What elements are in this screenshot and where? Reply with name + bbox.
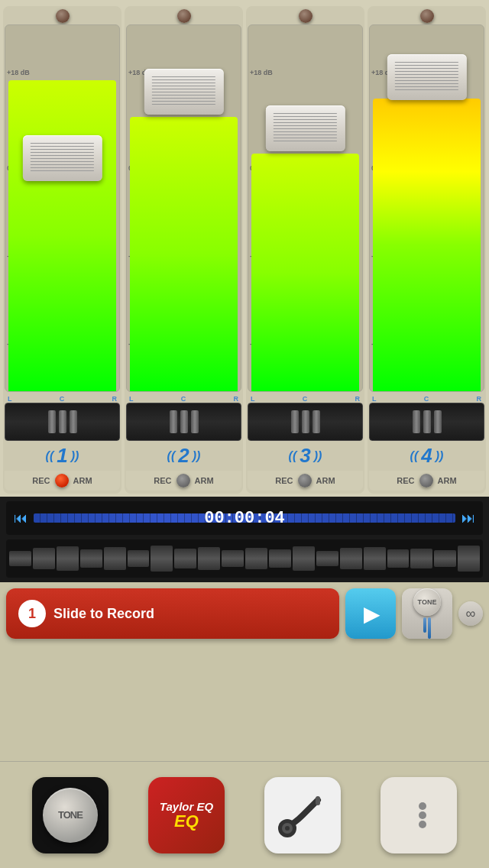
fader-ch3[interactable]: [265, 105, 345, 151]
pan-section-ch4: L C R: [369, 395, 484, 441]
slide-record-text: Slide to Record: [53, 606, 154, 622]
tone-button[interactable]: TONE: [402, 588, 452, 639]
waveform-seg: [245, 548, 267, 569]
skip-back-button[interactable]: ⏮: [14, 510, 28, 526]
channel-number-ch2: (( 2 )): [167, 444, 201, 468]
waveform-seg: [458, 546, 480, 572]
waveform-seg: [434, 550, 456, 567]
channel-number-ch1: (( 1 )): [46, 444, 79, 468]
channel-1-knob[interactable]: [56, 9, 70, 23]
time-bar-wrapper: 00:00:04: [28, 513, 461, 523]
waveform-seg: [269, 549, 291, 568]
waveform-seg: [222, 550, 244, 567]
svg-point-2: [285, 826, 290, 831]
rec-label-ch2: REC: [154, 476, 171, 485]
dock-eq-button[interactable]: Taylor EQ EQ: [148, 777, 225, 853]
pan-section-ch1: L C R: [5, 395, 120, 441]
pan-knob-ch4[interactable]: [369, 403, 484, 441]
db-label-18-ch3: +18 dB: [248, 69, 362, 76]
arm-label-ch3: ARM: [316, 476, 335, 485]
rec-label-ch3: REC: [275, 476, 293, 485]
tone-knob-small: TONE: [413, 588, 441, 616]
infinity-button[interactable]: ∞: [458, 601, 483, 626]
rec-button-ch3[interactable]: [298, 474, 312, 487]
fader-ch4[interactable]: [387, 54, 466, 100]
channel-4: +18 dB 0 dB -18 dB -∞ dB L C R: [368, 6, 486, 494]
waveform-seg: [198, 547, 220, 570]
time-bar: ⏮ 00:00:04 ⏭: [6, 501, 483, 535]
waveform-seg: [151, 546, 173, 572]
pan-knob-ch1[interactable]: [5, 403, 120, 441]
waveform-seg: [410, 549, 432, 568]
dock-mixer-button[interactable]: [381, 777, 457, 853]
eq-text: Taylor EQ EQ: [160, 800, 213, 830]
waveform-seg: [316, 551, 338, 566]
pan-label-C-ch2: C: [181, 395, 186, 403]
rec-arm-ch2: REC ARM: [126, 471, 241, 491]
rec-arm-ch3: REC ARM: [248, 471, 363, 491]
pan-knob-ch2[interactable]: [126, 403, 241, 441]
pan-label-R-ch4: R: [477, 395, 482, 403]
arm-label-ch2: ARM: [195, 476, 214, 485]
rec-arm-ch1: REC ARM: [5, 471, 120, 491]
arm-label-ch1: ARM: [73, 476, 92, 485]
waveform-seg: [9, 551, 31, 566]
rec-label-ch4: REC: [397, 476, 414, 485]
rec-button-ch1[interactable]: [55, 474, 69, 487]
rec-label-ch1: REC: [32, 476, 50, 485]
slide-record-button[interactable]: 1 Slide to Record: [6, 588, 339, 639]
fader-ch2[interactable]: [144, 69, 223, 115]
slide-record-circle: 1: [18, 600, 46, 627]
channel-3: +18 dB 0 dB -18 dB -∞ dB L C R: [246, 6, 364, 494]
pan-label-L-ch1: L: [8, 395, 12, 403]
tone-knob-large: TONE: [43, 788, 98, 843]
rec-button-ch2[interactable]: [176, 474, 190, 487]
pan-label-C-ch4: C: [424, 395, 429, 403]
channel-2-vu: +18 dB 0 dB -18 dB -∞ dB: [126, 24, 241, 392]
channel-number-ch4: (( 4 )): [410, 444, 444, 468]
transport-area: ⏮ 00:00:04 ⏭: [0, 497, 489, 582]
pan-label-R-ch2: R: [234, 395, 239, 403]
channel-2: +18 dB 0 dB -18 dB -∞ dB L C R: [125, 6, 243, 494]
channel-3-knob[interactable]: [299, 9, 313, 23]
pan-section-ch2: L C R: [126, 395, 241, 441]
pan-label-L-ch2: L: [129, 395, 134, 403]
fader-ch1[interactable]: [22, 135, 102, 181]
waveform-seg: [128, 550, 150, 567]
dock-guitar-button[interactable]: [264, 777, 341, 853]
waveform-seg: [57, 546, 79, 571]
channel-4-vu: +18 dB 0 dB -18 dB -∞ dB: [369, 24, 484, 392]
pan-label-R-ch1: R: [112, 395, 118, 403]
waveform-bar[interactable]: [6, 539, 483, 578]
skip-forward-button[interactable]: ⏭: [461, 510, 475, 526]
channel-4-knob[interactable]: [420, 9, 434, 23]
play-button[interactable]: ▶: [345, 588, 396, 639]
play-icon: ▶: [364, 601, 381, 627]
rec-button-ch4[interactable]: [419, 474, 433, 487]
svg-rect-3: [316, 796, 320, 805]
pan-label-C-ch1: C: [60, 395, 65, 403]
pan-label-L-ch3: L: [251, 395, 255, 403]
waveform-seg: [33, 548, 55, 569]
channel-number-ch3: (( 3 )): [289, 444, 322, 468]
bottom-dock: TONE Taylor EQ EQ: [0, 761, 489, 868]
pan-knob-ch3[interactable]: [248, 403, 363, 441]
rec-arm-ch4: REC ARM: [369, 471, 484, 491]
guitar-icon: [276, 789, 329, 842]
tone-sliders: [423, 617, 431, 639]
channel-2-knob[interactable]: [177, 9, 191, 23]
waveform-seg: [364, 547, 386, 570]
waveform-seg: [340, 548, 362, 569]
slide-record-number: 1: [28, 606, 36, 622]
waveform-seg: [387, 549, 410, 568]
mixer-area: +18 dB 0 dB -18 dB -∞ dB L C R: [0, 0, 489, 497]
mixer-icon: [410, 795, 428, 835]
channel-1: +18 dB 0 dB -18 dB -∞ dB L C R: [3, 6, 121, 494]
channel-3-vu: +18 dB 0 dB -18 dB -∞ dB: [248, 24, 363, 392]
vu-fill-ch3: [251, 154, 359, 391]
dock-tone-button[interactable]: TONE: [32, 777, 108, 853]
pan-label-R-ch3: R: [355, 395, 361, 403]
vu-fill-ch1: [8, 80, 116, 391]
arm-label-ch4: ARM: [438, 476, 457, 485]
pan-label-C-ch3: C: [303, 395, 308, 403]
